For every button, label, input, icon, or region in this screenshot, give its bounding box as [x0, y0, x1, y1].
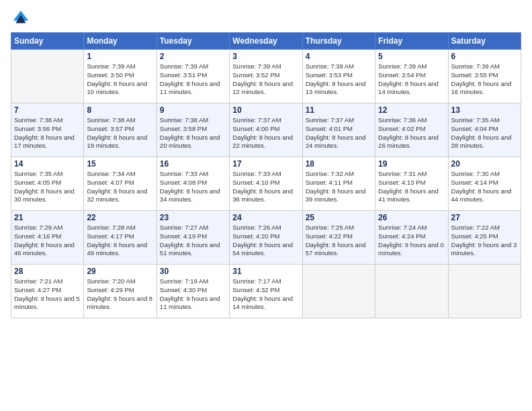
day-number: 30 [160, 267, 226, 276]
calendar-cell: 17Sunrise: 7:33 AM Sunset: 4:10 PM Dayli… [230, 157, 302, 211]
day-number: 25 [306, 213, 372, 222]
day-info: Sunrise: 7:32 AM Sunset: 4:11 PM Dayligh… [306, 170, 372, 204]
day-number: 20 [451, 159, 518, 169]
week-row-2: 14Sunrise: 7:35 AM Sunset: 4:05 PM Dayli… [11, 157, 521, 211]
day-number: 22 [87, 213, 153, 222]
calendar-cell: 4Sunrise: 7:39 AM Sunset: 3:53 PM Daylig… [302, 50, 375, 103]
day-info: Sunrise: 7:39 AM Sunset: 3:55 PM Dayligh… [451, 62, 518, 97]
day-number: 9 [160, 105, 226, 115]
day-info: Sunrise: 7:20 AM Sunset: 4:29 PM Dayligh… [87, 277, 153, 312]
day-info: Sunrise: 7:39 AM Sunset: 3:50 PM Dayligh… [87, 62, 153, 97]
day-info: Sunrise: 7:37 AM Sunset: 4:01 PM Dayligh… [306, 116, 372, 150]
day-number: 8 [87, 105, 153, 115]
day-info: Sunrise: 7:17 AM Sunset: 4:32 PM Dayligh… [232, 277, 299, 312]
day-info: Sunrise: 7:33 AM Sunset: 4:10 PM Dayligh… [232, 170, 299, 204]
header [11, 8, 521, 28]
day-info: Sunrise: 7:21 AM Sunset: 4:27 PM Dayligh… [14, 277, 81, 312]
weekday-header-friday: Friday [375, 33, 448, 50]
weekday-header-row: SundayMondayTuesdayWednesdayThursdayFrid… [11, 33, 521, 50]
day-info: Sunrise: 7:37 AM Sunset: 4:00 PM Dayligh… [232, 116, 299, 150]
calendar-cell: 11Sunrise: 7:37 AM Sunset: 4:01 PM Dayli… [302, 103, 375, 157]
calendar-cell: 14Sunrise: 7:35 AM Sunset: 4:05 PM Dayli… [11, 157, 84, 211]
day-info: Sunrise: 7:19 AM Sunset: 4:30 PM Dayligh… [160, 277, 226, 312]
calendar-cell: 12Sunrise: 7:36 AM Sunset: 4:02 PM Dayli… [375, 103, 448, 157]
calendar-cell: 22Sunrise: 7:28 AM Sunset: 4:17 PM Dayli… [84, 211, 157, 265]
day-number: 19 [378, 159, 445, 169]
day-number: 12 [378, 105, 445, 115]
weekday-header-wednesday: Wednesday [230, 33, 302, 50]
calendar-cell [302, 265, 375, 318]
day-info: Sunrise: 7:33 AM Sunset: 4:08 PM Dayligh… [160, 170, 226, 204]
calendar-cell: 6Sunrise: 7:39 AM Sunset: 3:55 PM Daylig… [448, 50, 521, 103]
week-row-3: 21Sunrise: 7:29 AM Sunset: 4:16 PM Dayli… [11, 211, 521, 265]
weekday-header-monday: Monday [84, 33, 157, 50]
day-number: 11 [306, 105, 372, 115]
calendar-cell: 3Sunrise: 7:39 AM Sunset: 3:52 PM Daylig… [230, 50, 302, 103]
calendar-cell: 16Sunrise: 7:33 AM Sunset: 4:08 PM Dayli… [157, 157, 229, 211]
day-number: 10 [232, 105, 299, 115]
day-number: 5 [378, 52, 445, 61]
weekday-header-tuesday: Tuesday [157, 33, 229, 50]
calendar-cell: 20Sunrise: 7:30 AM Sunset: 4:14 PM Dayli… [448, 157, 521, 211]
calendar-cell: 27Sunrise: 7:22 AM Sunset: 4:25 PM Dayli… [448, 211, 521, 265]
calendar-cell: 26Sunrise: 7:24 AM Sunset: 4:24 PM Dayli… [375, 211, 448, 265]
day-number: 16 [160, 159, 226, 169]
day-info: Sunrise: 7:24 AM Sunset: 4:24 PM Dayligh… [378, 224, 445, 258]
calendar-cell [448, 265, 521, 318]
day-number: 3 [232, 52, 299, 61]
day-info: Sunrise: 7:30 AM Sunset: 4:14 PM Dayligh… [451, 170, 518, 204]
day-info: Sunrise: 7:34 AM Sunset: 4:07 PM Dayligh… [87, 170, 153, 204]
calendar-cell: 18Sunrise: 7:32 AM Sunset: 4:11 PM Dayli… [302, 157, 375, 211]
week-row-0: 1Sunrise: 7:39 AM Sunset: 3:50 PM Daylig… [11, 50, 521, 103]
day-number: 4 [306, 52, 372, 61]
day-info: Sunrise: 7:38 AM Sunset: 3:57 PM Dayligh… [87, 116, 153, 150]
calendar-cell: 7Sunrise: 7:38 AM Sunset: 3:56 PM Daylig… [11, 103, 84, 157]
day-info: Sunrise: 7:25 AM Sunset: 4:22 PM Dayligh… [306, 224, 372, 258]
calendar-cell: 29Sunrise: 7:20 AM Sunset: 4:29 PM Dayli… [84, 265, 157, 318]
calendar-cell: 15Sunrise: 7:34 AM Sunset: 4:07 PM Dayli… [84, 157, 157, 211]
day-number: 14 [14, 159, 81, 169]
day-number: 26 [378, 213, 445, 222]
weekday-header-sunday: Sunday [11, 33, 84, 50]
calendar-cell [375, 265, 448, 318]
day-info: Sunrise: 7:27 AM Sunset: 4:19 PM Dayligh… [160, 224, 226, 258]
day-info: Sunrise: 7:36 AM Sunset: 4:02 PM Dayligh… [378, 116, 445, 150]
day-number: 13 [451, 105, 518, 115]
calendar-cell: 10Sunrise: 7:37 AM Sunset: 4:00 PM Dayli… [230, 103, 302, 157]
day-info: Sunrise: 7:26 AM Sunset: 4:20 PM Dayligh… [232, 224, 299, 258]
day-info: Sunrise: 7:29 AM Sunset: 4:16 PM Dayligh… [14, 224, 81, 258]
weekday-header-saturday: Saturday [448, 33, 521, 50]
day-info: Sunrise: 7:28 AM Sunset: 4:17 PM Dayligh… [87, 224, 153, 258]
calendar-cell: 23Sunrise: 7:27 AM Sunset: 4:19 PM Dayli… [157, 211, 229, 265]
day-number: 17 [232, 159, 299, 169]
day-info: Sunrise: 7:31 AM Sunset: 4:13 PM Dayligh… [378, 170, 445, 204]
main-container: SundayMondayTuesdayWednesdayThursdayFrid… [0, 0, 532, 324]
calendar-cell: 25Sunrise: 7:25 AM Sunset: 4:22 PM Dayli… [302, 211, 375, 265]
calendar-cell: 13Sunrise: 7:35 AM Sunset: 4:04 PM Dayli… [448, 103, 521, 157]
day-number: 6 [451, 52, 518, 61]
day-info: Sunrise: 7:35 AM Sunset: 4:05 PM Dayligh… [14, 170, 81, 204]
day-info: Sunrise: 7:39 AM Sunset: 3:54 PM Dayligh… [378, 62, 445, 97]
day-info: Sunrise: 7:39 AM Sunset: 3:52 PM Dayligh… [232, 62, 299, 97]
weekday-header-thursday: Thursday [302, 33, 375, 50]
day-number: 7 [14, 105, 81, 115]
day-info: Sunrise: 7:39 AM Sunset: 3:51 PM Dayligh… [160, 62, 226, 97]
day-number: 28 [14, 267, 81, 276]
calendar-cell: 30Sunrise: 7:19 AM Sunset: 4:30 PM Dayli… [157, 265, 229, 318]
day-info: Sunrise: 7:38 AM Sunset: 3:56 PM Dayligh… [14, 116, 81, 150]
calendar-cell: 9Sunrise: 7:38 AM Sunset: 3:58 PM Daylig… [157, 103, 229, 157]
calendar-cell: 8Sunrise: 7:38 AM Sunset: 3:57 PM Daylig… [84, 103, 157, 157]
day-number: 23 [160, 213, 226, 222]
calendar-cell: 5Sunrise: 7:39 AM Sunset: 3:54 PM Daylig… [375, 50, 448, 103]
day-number: 18 [306, 159, 372, 169]
day-number: 2 [160, 52, 226, 61]
calendar-cell: 1Sunrise: 7:39 AM Sunset: 3:50 PM Daylig… [84, 50, 157, 103]
calendar-cell: 24Sunrise: 7:26 AM Sunset: 4:20 PM Dayli… [230, 211, 302, 265]
day-number: 24 [232, 213, 299, 222]
logo [11, 8, 34, 28]
calendar-cell: 31Sunrise: 7:17 AM Sunset: 4:32 PM Dayli… [230, 265, 302, 318]
calendar-cell: 2Sunrise: 7:39 AM Sunset: 3:51 PM Daylig… [157, 50, 229, 103]
day-number: 31 [232, 267, 299, 276]
calendar-cell: 21Sunrise: 7:29 AM Sunset: 4:16 PM Dayli… [11, 211, 84, 265]
calendar-cell [11, 50, 84, 103]
